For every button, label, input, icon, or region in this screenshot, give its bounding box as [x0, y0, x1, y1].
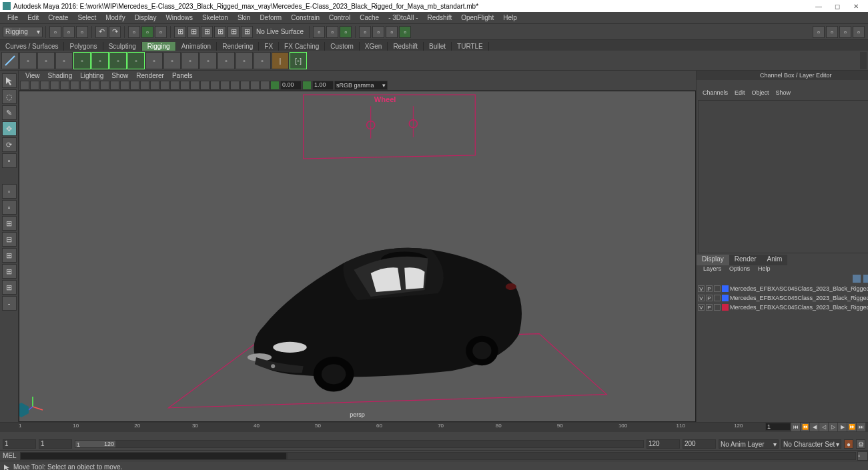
vp-motion-blur-icon[interactable] [230, 81, 240, 90]
select-hierarchy-icon[interactable]: ▫ [128, 26, 140, 38]
layer-color-swatch[interactable] [722, 304, 729, 311]
vp-ao-icon[interactable] [220, 81, 230, 90]
layer-row[interactable]: V P Mercedes_EFBXASC045Class_2023_Black_… [697, 293, 868, 303]
step-forward-key-icon[interactable]: ⏩ [847, 423, 856, 431]
panel-layout-2-icon[interactable]: ▫ [826, 26, 838, 38]
shelf-tab-fx[interactable]: FX [259, 42, 279, 51]
last-tool-icon[interactable]: ◦ [2, 184, 17, 199]
layer-visible-toggle[interactable]: V [698, 285, 705, 292]
layout-four-icon[interactable]: ⊞ [2, 216, 17, 231]
range-slider[interactable]: 1 120 [75, 440, 644, 448]
menu-control[interactable]: Control [324, 14, 355, 21]
play-forward-icon[interactable]: ▷ [829, 423, 837, 431]
exposure-field[interactable]: 0.00 [280, 81, 302, 90]
play-end-icon[interactable]: ⏭ [857, 423, 865, 431]
shelf-tab-custom[interactable]: Custom [325, 42, 359, 51]
close-button[interactable]: ✕ [847, 1, 865, 11]
vp-bookmark-icon[interactable] [40, 81, 49, 90]
vp-menu-renderer[interactable]: Renderer [132, 72, 168, 79]
render-settings-icon[interactable]: ▫ [372, 26, 384, 38]
step-back-icon[interactable]: ◀ [810, 423, 819, 431]
shelf-constrain-parent-icon[interactable]: | [272, 52, 289, 69]
menu-3dtoall[interactable]: - 3DtoAll - [384, 14, 422, 21]
scale-tool-icon[interactable]: ▫ [2, 153, 17, 168]
shelf-tab-rendering[interactable]: Rendering [217, 42, 259, 51]
layer-type-toggle[interactable] [714, 295, 721, 301]
menu-windows[interactable]: Windows [161, 14, 197, 21]
vp-grease-icon[interactable] [70, 81, 79, 90]
menu-openflight[interactable]: OpenFlight [456, 14, 498, 21]
range-start-field[interactable]: 1 [39, 439, 72, 449]
layer-color-swatch[interactable] [722, 285, 729, 292]
shelf-prune-icon[interactable]: ◦ [127, 52, 145, 69]
vp-lights-icon[interactable] [170, 81, 179, 90]
vp-exp-icon[interactable] [260, 81, 270, 90]
shelf-ik-icon[interactable]: ◦ [19, 52, 37, 69]
shelf-ikspline-icon[interactable]: ◦ [37, 52, 55, 69]
shelf-mirror-weights-icon[interactable]: ◦ [91, 52, 109, 69]
layer-menu-help[interactable]: Help [754, 265, 775, 275]
vp-image-plane-icon[interactable] [50, 81, 59, 90]
layout-two-icon[interactable]: ⊟ [2, 232, 17, 247]
vp-select-cam-icon[interactable] [20, 81, 29, 90]
shelf-tab-rigging[interactable]: Rigging [142, 42, 176, 51]
layer-move-up-icon[interactable] [853, 275, 861, 283]
select-object-icon[interactable]: ▫ [141, 26, 153, 38]
vp-menu-lighting[interactable]: Lighting [76, 72, 107, 79]
vp-menu-view[interactable]: View [21, 72, 44, 79]
minimize-button[interactable]: — [809, 1, 828, 11]
vp-film-gate-icon[interactable] [90, 81, 99, 90]
panel-layout-4-icon[interactable]: ▫ [853, 26, 865, 38]
paint-select-icon[interactable]: ✎ [2, 105, 17, 120]
range-handle[interactable]: 1 120 [75, 441, 115, 447]
shelf-sculpt-icon[interactable]: ◦ [236, 52, 253, 69]
anim-start-field[interactable]: 1 [3, 439, 36, 449]
cb-menu-object[interactable]: Object [749, 89, 773, 99]
make-live-icon[interactable]: ⊞ [241, 26, 253, 38]
layer-type-toggle[interactable] [714, 285, 721, 292]
menu-cache[interactable]: Cache [355, 14, 384, 21]
construction-history-icon[interactable]: ▫ [313, 26, 325, 38]
layout-single-icon[interactable]: ▫ [2, 200, 17, 215]
layer-playback-toggle[interactable]: P [706, 285, 713, 292]
anim-layer-dropdown[interactable]: No Anim Layer▾ [719, 439, 779, 449]
anim-end-field[interactable]: 200 [683, 439, 716, 449]
vp-textured-icon[interactable] [160, 81, 169, 90]
shelf-tab-curves[interactable]: Curves / Surfaces [0, 42, 64, 51]
layout-outliner-icon[interactable]: ⊞ [2, 248, 17, 263]
vp-xray-icon[interactable] [200, 81, 209, 90]
vp-safe-action-icon[interactable] [120, 81, 129, 90]
shelf-joint-icon[interactable] [1, 52, 19, 69]
vp-exposure-toggle-icon[interactable] [270, 81, 280, 90]
snap-curve-icon[interactable]: ⊞ [187, 26, 199, 38]
menu-constrain[interactable]: Constrain [286, 14, 324, 21]
shelf-tab-turtle[interactable]: TURTLE [452, 42, 489, 51]
cb-menu-show[interactable]: Show [773, 89, 795, 99]
layer-color-swatch[interactable] [722, 295, 729, 301]
render-view-icon[interactable]: ▫ [359, 26, 371, 38]
color-transform-dropdown[interactable]: sRGB gamma▾ [334, 81, 388, 90]
snap-live-icon[interactable]: ⊞ [228, 26, 240, 38]
layer-move-down-icon[interactable] [863, 275, 868, 283]
layout-hyper-icon[interactable]: - [2, 296, 17, 311]
maximize-button[interactable]: ◻ [828, 1, 847, 11]
shelf-wire-icon[interactable]: ◦ [218, 52, 235, 69]
undo-icon[interactable]: ↶ [95, 26, 107, 38]
ipr-render-icon[interactable]: ▫ [340, 26, 352, 38]
menu-file[interactable]: File [3, 14, 23, 21]
range-end-field[interactable]: 120 [646, 439, 680, 449]
script-editor-icon[interactable]: ▫ [857, 451, 868, 461]
layer-visible-toggle[interactable]: V [698, 295, 705, 301]
vp-shaded-icon[interactable] [150, 81, 159, 90]
menu-modify[interactable]: Modify [101, 14, 129, 21]
layout-graph-icon[interactable]: ⊞ [2, 280, 17, 295]
vp-lock-cam-icon[interactable] [30, 81, 39, 90]
shelf-blend-icon[interactable]: ◦ [181, 52, 199, 69]
open-scene-icon[interactable]: ▫ [63, 26, 75, 38]
vp-isolate-icon[interactable] [190, 81, 199, 90]
menu-skin[interactable]: Skin [233, 14, 255, 21]
menu-redshift[interactable]: Redshift [423, 14, 457, 21]
layout-persp-icon[interactable]: ⊞ [2, 264, 17, 279]
vp-2d-pan-icon[interactable] [60, 81, 69, 90]
cb-menu-edit[interactable]: Edit [731, 89, 749, 99]
